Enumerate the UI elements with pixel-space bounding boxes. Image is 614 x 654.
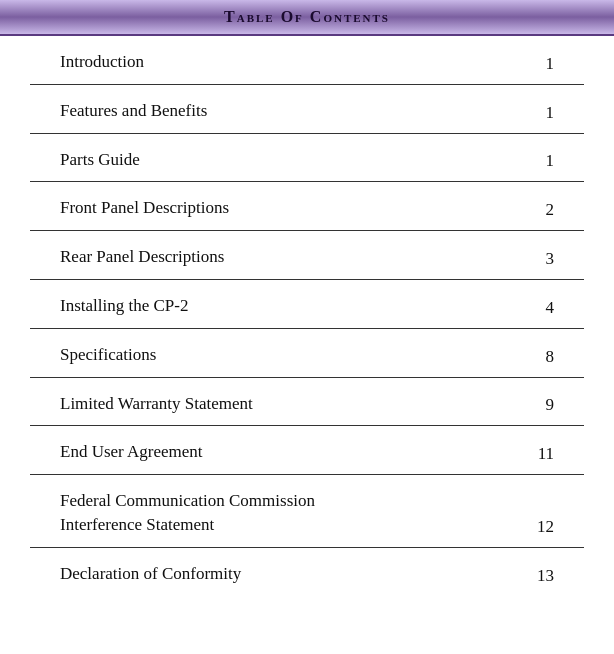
toc-page: 1: [536, 151, 555, 171]
toc-label: Introduction: [60, 50, 144, 74]
toc-page: 1: [536, 54, 555, 74]
toc-row[interactable]: Features and Benefits1: [30, 85, 584, 134]
toc-page: 8: [536, 347, 555, 367]
toc-label: Limited Warranty Statement: [60, 392, 253, 416]
toc-label: Rear Panel Descriptions: [60, 245, 224, 269]
toc-label: End User Agreement: [60, 440, 203, 464]
toc-row[interactable]: Introduction1: [30, 36, 584, 85]
toc-row[interactable]: Specifications8: [30, 329, 584, 378]
toc-label: Federal Communication Commission Interfe…: [60, 489, 315, 537]
toc-page: 13: [527, 566, 554, 586]
toc-page: 12: [527, 517, 554, 537]
toc-page: 4: [536, 298, 555, 318]
toc-label: Declaration of Conformity: [60, 562, 241, 586]
toc-label: Features and Benefits: [60, 99, 207, 123]
toc-label: Parts Guide: [60, 148, 140, 172]
toc-page: 3: [536, 249, 555, 269]
header-bar: Table Of Contents: [0, 0, 614, 36]
toc-row[interactable]: Parts Guide1: [30, 134, 584, 183]
toc-page: 2: [536, 200, 555, 220]
toc-row[interactable]: Federal Communication Commission Interfe…: [30, 475, 584, 548]
toc-row[interactable]: Front Panel Descriptions2: [30, 182, 584, 231]
toc-label: Installing the CP-2: [60, 294, 188, 318]
toc-body: Introduction1Features and Benefits1Parts…: [0, 36, 614, 596]
toc-page: 11: [528, 444, 554, 464]
toc-label: Front Panel Descriptions: [60, 196, 229, 220]
toc-row[interactable]: End User Agreement11: [30, 426, 584, 475]
header-title: Table Of Contents: [224, 8, 390, 25]
toc-label: Specifications: [60, 343, 156, 367]
toc-page: 1: [536, 103, 555, 123]
toc-row[interactable]: Installing the CP-24: [30, 280, 584, 329]
toc-row[interactable]: Limited Warranty Statement9: [30, 378, 584, 427]
toc-row[interactable]: Declaration of Conformity13: [30, 548, 584, 596]
toc-page: 9: [536, 395, 555, 415]
toc-row[interactable]: Rear Panel Descriptions3: [30, 231, 584, 280]
page-container: Table Of Contents Introduction1Features …: [0, 0, 614, 596]
